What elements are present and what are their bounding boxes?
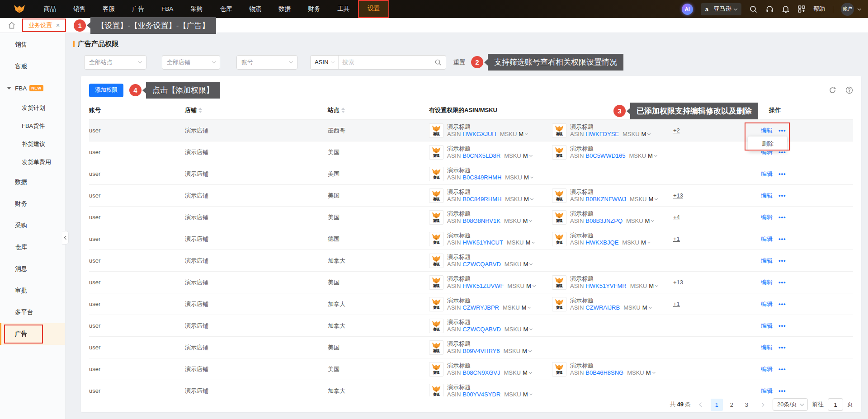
chevron-down-icon[interactable] <box>532 240 535 244</box>
next-page-button[interactable] <box>757 399 769 410</box>
edit-link[interactable]: 编辑 <box>761 213 773 221</box>
search-submit-icon[interactable] <box>434 59 446 66</box>
delete-menu-item[interactable]: 删除 <box>748 137 787 150</box>
chevron-down-icon[interactable] <box>528 306 531 309</box>
page-button-1[interactable]: 1 <box>711 399 723 411</box>
chevron-down-icon[interactable] <box>529 219 532 222</box>
col-site[interactable]: 站点 <box>328 106 429 114</box>
chevron-down-icon[interactable] <box>529 371 532 374</box>
home-icon[interactable] <box>8 21 16 29</box>
asin-link[interactable]: CZWRAIJRB <box>585 304 620 311</box>
account-filter-select[interactable]: 账号 <box>236 55 297 70</box>
col-shop[interactable]: 店铺 <box>185 106 328 114</box>
asin-link[interactable]: HWK51YVFMR <box>585 282 626 290</box>
more-asins-link[interactable]: +1 <box>673 235 680 242</box>
goto-page-input[interactable]: 1 <box>828 398 843 411</box>
chevron-down-icon[interactable] <box>652 371 656 374</box>
help-question-icon[interactable] <box>845 86 853 94</box>
asin-link[interactable]: B0BKZNFWWJ <box>585 196 626 203</box>
sidebar-item-finance[interactable]: 财务 <box>0 193 65 215</box>
chevron-down-icon[interactable] <box>651 219 654 222</box>
refresh-icon[interactable] <box>829 86 836 94</box>
close-icon[interactable]: × <box>56 22 60 29</box>
nav-item-warehouse[interactable]: 仓库 <box>211 0 241 18</box>
edit-link[interactable]: 编辑 <box>761 235 773 243</box>
edit-link[interactable]: 编辑 <box>761 278 773 287</box>
chevron-down-icon[interactable] <box>528 349 532 352</box>
more-actions-button[interactable]: ••• <box>778 366 786 372</box>
sidebar-item-ads[interactable]: 广告 <box>0 323 65 345</box>
page-button-2[interactable]: 2 <box>726 399 738 411</box>
chevron-down-icon[interactable] <box>649 306 652 309</box>
asin-link[interactable]: CZWCQABVD <box>462 261 501 268</box>
edit-link[interactable]: 编辑 <box>761 257 773 265</box>
chevron-down-icon[interactable] <box>529 262 533 265</box>
apps-grid-icon[interactable] <box>797 5 806 13</box>
asin-link[interactable]: B09V4VHRY6 <box>462 348 500 355</box>
edit-link[interactable]: 编辑 <box>761 192 773 200</box>
asin-link[interactable]: B08G8NRV1K <box>462 217 500 225</box>
sidebar-item-data[interactable]: 数据 <box>0 171 65 193</box>
chevron-down-icon[interactable] <box>529 392 533 395</box>
asin-link[interactable]: HWK51YNCUT <box>462 239 503 246</box>
nav-item-ads[interactable]: 广告 <box>123 0 153 18</box>
chevron-down-icon[interactable] <box>654 154 657 157</box>
chevron-down-icon[interactable] <box>529 154 533 157</box>
edit-link[interactable]: 编辑 <box>761 127 773 135</box>
reset-filters-link[interactable]: 重置 <box>453 58 465 66</box>
edit-link[interactable]: 编辑 <box>761 170 773 178</box>
more-asins-link[interactable]: +1 <box>673 301 680 307</box>
more-actions-button[interactable]: ••• <box>778 235 786 242</box>
more-actions-button[interactable]: ••• <box>778 322 786 329</box>
sidebar-subitem-replenishment-suggestion[interactable]: 补货建议 <box>0 135 65 153</box>
sidebar-item-customer-service[interactable]: 客服 <box>0 56 65 77</box>
asin-link[interactable]: CZWRYJBPR <box>462 304 499 311</box>
asin-link[interactable]: B08CN9XGVJ <box>462 369 500 377</box>
chevron-down-icon[interactable] <box>525 132 528 135</box>
nav-item-logistics[interactable]: 物流 <box>241 0 270 18</box>
chevron-down-icon[interactable] <box>529 327 533 330</box>
chevron-down-icon[interactable] <box>530 197 533 200</box>
asin-link[interactable]: HWKGXJUH <box>462 131 496 138</box>
sidebar-item-sales[interactable]: 销售 <box>0 34 65 56</box>
more-actions-button[interactable]: ••• <box>778 214 786 221</box>
site-filter-select[interactable]: 全部站点 <box>84 55 146 70</box>
app-logo-fox-icon[interactable] <box>14 5 25 14</box>
sort-icon[interactable] <box>341 108 345 113</box>
sidebar-item-messages[interactable]: 消息 <box>0 258 65 280</box>
sidebar-subitem-fba-shipments[interactable]: FBA货件 <box>0 117 65 135</box>
asin-link[interactable]: B0B46H8SNG <box>585 369 623 377</box>
sidebar-item-multi-platform[interactable]: 多平台 <box>0 301 65 323</box>
nav-item-finance[interactable]: 财务 <box>299 0 329 18</box>
sidebar-item-fba[interactable]: FBANEW <box>0 77 65 99</box>
nav-item-data[interactable]: 数据 <box>270 0 299 18</box>
page-size-select[interactable]: 20条/页 <box>773 398 808 411</box>
nav-item-tools[interactable]: 工具 <box>329 0 358 18</box>
asin-link[interactable]: B0C5WWD165 <box>585 152 625 160</box>
search-icon[interactable] <box>749 5 758 14</box>
more-actions-button[interactable]: ••• <box>778 170 786 177</box>
chevron-down-icon[interactable] <box>533 284 536 287</box>
help-link[interactable]: 帮助 <box>813 5 825 13</box>
headset-support-icon[interactable] <box>765 5 774 14</box>
nav-item-products[interactable]: 商品 <box>35 0 65 18</box>
prev-page-button[interactable] <box>695 399 707 410</box>
more-actions-button[interactable]: ••• <box>778 301 786 307</box>
nav-item-settings[interactable]: 设置 <box>358 0 389 18</box>
sidebar-subitem-shipment-plan[interactable]: 发货计划 <box>0 99 65 117</box>
add-permission-button[interactable]: 添加权限 <box>89 84 123 97</box>
more-asins-link[interactable]: +13 <box>673 192 683 199</box>
page-button-3[interactable]: 3 <box>741 399 753 411</box>
asin-link[interactable]: CZWCQABVD <box>462 326 501 333</box>
nav-item-customer-service[interactable]: 客服 <box>94 0 123 18</box>
more-asins-link[interactable]: +2 <box>673 127 680 134</box>
chevron-down-icon[interactable] <box>655 197 658 200</box>
sidebar-item-purchasing[interactable]: 采购 <box>0 215 65 236</box>
edit-link[interactable]: 编辑 <box>761 300 773 308</box>
edit-link[interactable]: 编辑 <box>761 322 773 330</box>
more-actions-button[interactable]: ••• <box>778 344 786 351</box>
account-avatar[interactable]: 账户 <box>841 3 854 16</box>
sort-icon[interactable] <box>198 108 202 113</box>
asin-link[interactable]: HWKFDYSE <box>585 131 619 138</box>
notifications-bell-icon[interactable] <box>782 5 790 14</box>
